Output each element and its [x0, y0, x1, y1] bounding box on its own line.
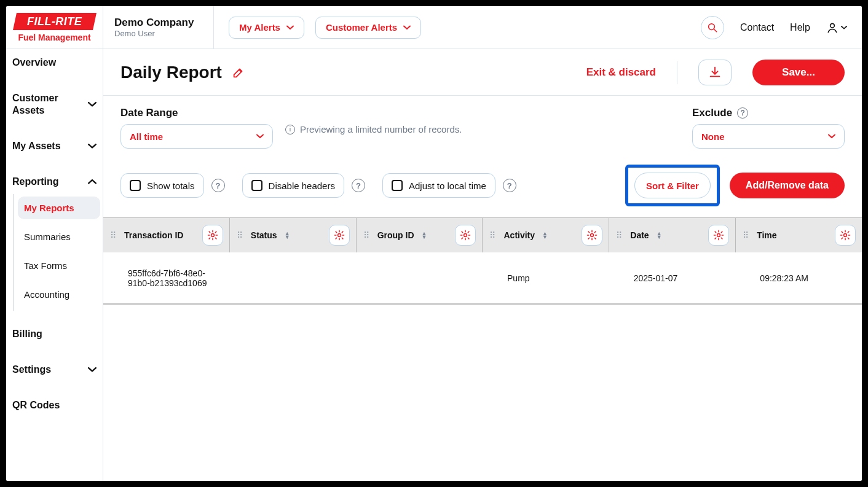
sidebar-item-billing[interactable]: Billing	[9, 322, 100, 346]
edit-title-button[interactable]	[232, 66, 245, 79]
sidebar-item-label: Settings	[12, 364, 51, 376]
column-settings-button[interactable]	[835, 225, 856, 246]
exclude-field: Exclude ? None	[692, 107, 845, 149]
drag-handle-icon[interactable]: ⠿	[615, 230, 624, 240]
cell-activity: Pump	[483, 265, 609, 292]
info-icon: i	[285, 125, 295, 134]
exclude-label-text: Exclude	[692, 107, 732, 119]
disable-headers-checkbox[interactable]	[251, 180, 262, 191]
adjust-local-time-checkbox[interactable]	[392, 180, 403, 191]
search-button[interactable]	[701, 16, 724, 39]
chevron-down-icon	[88, 100, 97, 109]
user-icon	[826, 21, 838, 34]
my-alerts-button[interactable]: My Alerts	[229, 17, 304, 39]
save-button[interactable]: Save...	[752, 60, 845, 85]
brand-subtitle: Fuel Management	[18, 33, 90, 42]
company-user: Demo User	[114, 29, 202, 38]
date-range-label: Date Range	[120, 107, 273, 119]
show-totals-checkbox[interactable]	[130, 180, 141, 191]
sort-filter-button[interactable]: Sort & Filter	[634, 173, 711, 198]
column-settings-button[interactable]	[329, 225, 350, 246]
exit-discard-button[interactable]: Exit & discard	[586, 66, 656, 79]
date-range-select[interactable]: All time	[120, 124, 273, 149]
sidebar-item-tax-forms[interactable]: Tax Forms	[18, 254, 100, 277]
exclude-value: None	[701, 131, 725, 142]
column-settings-button[interactable]	[708, 225, 729, 246]
sidebar-item-my-reports[interactable]: My Reports	[18, 197, 100, 219]
sort-toggle[interactable]: ▲▼	[657, 232, 662, 239]
sort-toggle[interactable]: ▲▼	[422, 232, 427, 239]
drag-handle-icon[interactable]: ⠿	[489, 230, 497, 240]
sidebar-item-settings[interactable]: Settings	[9, 357, 100, 382]
company-name: Demo Company	[114, 17, 202, 29]
svg-point-2	[831, 23, 835, 28]
help-icon[interactable]: ?	[211, 179, 225, 192]
exclude-select[interactable]: None	[692, 124, 845, 149]
download-button[interactable]	[698, 60, 732, 85]
th-group-id: ⠿ Group ID ▲▼	[357, 218, 483, 252]
sidebar-item-my-assets[interactable]: My Assets	[9, 134, 100, 158]
sidebar-item-qr-codes[interactable]: QR Codes	[9, 393, 100, 418]
show-totals-pill: Show totals	[120, 173, 204, 198]
sort-toggle[interactable]: ▲▼	[285, 232, 290, 239]
help-icon[interactable]: ?	[737, 107, 748, 119]
cell-transaction-id: 955ffc6d-7bf6-48e0-91b0-b21393cd1069	[103, 260, 230, 297]
th-label: Time	[757, 230, 776, 240]
cell-date: 2025-01-07	[609, 265, 736, 292]
gear-icon	[713, 230, 724, 241]
gear-icon	[334, 230, 345, 241]
download-icon	[708, 66, 722, 79]
gear-icon	[840, 230, 851, 241]
column-settings-button[interactable]	[582, 225, 602, 246]
column-settings-button[interactable]	[202, 225, 223, 246]
sidebar: Overview Customer Assets My Assets Repor…	[6, 49, 103, 481]
sidebar-item-overview[interactable]: Overview	[9, 50, 100, 75]
th-time: ⠿ Time	[736, 218, 862, 252]
table-row: 955ffc6d-7bf6-48e0-91b0-b21393cd1069 Pum…	[103, 252, 862, 304]
th-label: Activity	[503, 230, 535, 240]
contact-link[interactable]: Contact	[740, 22, 774, 33]
add-remove-data-button[interactable]: Add/Remove data	[730, 173, 845, 198]
brand-logo: FILL-RITE	[13, 13, 97, 30]
th-label: Transaction ID	[124, 230, 183, 240]
chevron-down-icon	[841, 25, 847, 31]
svg-point-3	[211, 234, 214, 237]
drag-handle-icon[interactable]: ⠿	[109, 230, 118, 240]
help-icon[interactable]: ?	[503, 179, 516, 192]
search-icon	[707, 22, 718, 33]
disable-headers-group: Disable headers ?	[242, 173, 365, 198]
sidebar-item-label: Customer Assets	[12, 92, 88, 117]
sidebar-item-summaries[interactable]: Summaries	[18, 225, 100, 248]
date-range-value: All time	[130, 131, 163, 142]
chevron-down-icon	[286, 24, 294, 31]
user-menu[interactable]	[826, 21, 847, 34]
th-label: Date	[630, 230, 649, 240]
gear-icon	[586, 230, 598, 241]
drag-handle-icon[interactable]: ⠿	[236, 230, 245, 240]
drag-handle-icon[interactable]: ⠿	[742, 230, 751, 240]
adjust-local-time-label: Adjust to local time	[409, 181, 486, 191]
chevron-down-icon	[828, 133, 835, 140]
customer-alerts-button[interactable]: Customer Alerts	[315, 17, 421, 39]
adjust-local-time-group: Adjust to local time ?	[382, 173, 516, 198]
help-link[interactable]: Help	[790, 22, 810, 33]
sidebar-item-label: QR Codes	[12, 399, 60, 411]
sort-toggle[interactable]: ▲▼	[542, 232, 548, 239]
svg-point-6	[591, 234, 594, 237]
svg-point-7	[717, 234, 720, 237]
app-frame: FILL-RITE Fuel Management Demo Company D…	[6, 6, 862, 481]
date-range-field: Date Range All time	[120, 107, 273, 149]
sidebar-item-accounting[interactable]: Accounting	[18, 283, 100, 306]
alerts-group: My Alerts Customer Alerts	[214, 17, 436, 39]
column-settings-button[interactable]	[455, 225, 476, 246]
sidebar-item-customer-assets[interactable]: Customer Assets	[9, 86, 100, 123]
th-transaction-id: ⠿ Transaction ID	[103, 218, 230, 252]
sidebar-item-label: Billing	[12, 328, 42, 340]
main: Daily Report Exit & discard Save... D	[103, 49, 862, 481]
help-icon[interactable]: ?	[352, 179, 365, 192]
chevron-down-icon	[88, 142, 97, 150]
preview-note: i Previewing a limited number of records…	[285, 124, 462, 134]
show-totals-label: Show totals	[147, 181, 195, 191]
drag-handle-icon[interactable]: ⠿	[363, 230, 371, 240]
sidebar-item-reporting[interactable]: Reporting	[9, 169, 100, 194]
